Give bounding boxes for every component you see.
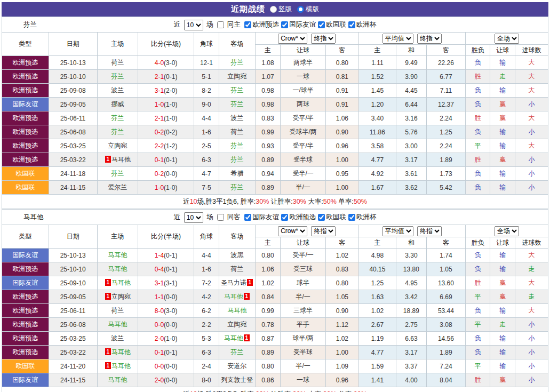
fulltime-select[interactable]: 全场 (495, 226, 519, 236)
home-team-name: 马耳他 (111, 348, 131, 356)
result-goals: 大 (515, 70, 548, 84)
match-type-badge: 欧国联 (2, 167, 49, 181)
recent-count-select[interactable]: 10 (184, 20, 203, 30)
home-team-cell: 波兰 (97, 332, 138, 346)
average-time-select[interactable]: 终指 (417, 34, 442, 44)
average-select[interactable]: 平均值 (382, 226, 413, 236)
league-checkbox[interactable] (348, 214, 355, 221)
away-team-cell: 芬兰 (219, 153, 255, 167)
halftime-score: (0-1) (164, 266, 177, 273)
score-cell: 0-4(0-1) (138, 262, 194, 276)
handicap-away-odds: 0.90 (325, 125, 358, 139)
match-type-badge: 欧洲预选 (2, 70, 49, 84)
away-team-name: 芬兰 (230, 86, 243, 94)
score-cell: 2-2(1-2) (138, 139, 194, 153)
subcol-handicap-away: 客 (325, 237, 358, 249)
handicap-away-odds: 0.80 (325, 56, 358, 70)
result-goals: 走 (515, 262, 548, 276)
average-time-select[interactable]: 终指 (417, 226, 442, 236)
league-checkbox[interactable] (281, 21, 288, 28)
match-type-badge: 欧国联 (2, 359, 49, 373)
home-team-name: 马耳他 (111, 362, 131, 370)
away-team-cell: 安道尔 (219, 359, 255, 373)
away-team-name: 列支敦士登 (221, 376, 253, 383)
home-team-name: 荷兰 (111, 59, 124, 66)
home-team-name: 马耳他 (111, 279, 131, 286)
recent-count-select[interactable]: 10 (184, 212, 203, 223)
avg-away-odds: 2.24 (426, 139, 465, 153)
match-date: 25-06-08 (49, 125, 97, 139)
avg-home-odds: 1.20 (358, 98, 396, 111)
handicap-home-odds: 0.87 (255, 332, 280, 346)
handicap-line: 两球半 (281, 56, 326, 70)
recent-label: 近 (174, 21, 181, 28)
avg-draw-odds: 5.76 (396, 125, 427, 139)
league-checkbox[interactable] (318, 214, 325, 221)
match-row: 欧洲预选25-06-11芬兰2-1(1-0)4-4波兰0.83受平/半1.063… (2, 111, 548, 125)
avg-away-odds: 13.60 (426, 276, 465, 290)
avg-draw-odds: 3.42 (396, 290, 427, 304)
match-row: 国际友谊25-10-13马耳他1-4(0-1)4-4波黑0.80受半/一1.02… (2, 249, 548, 262)
home-team-name: 荷兰 (111, 307, 124, 314)
match-type-badge: 国际友谊 (2, 276, 49, 290)
result-win-loss: 负 (466, 332, 490, 346)
same-home-checkbox[interactable] (217, 21, 224, 28)
corners-cell: 2-5 (194, 139, 219, 153)
avg-draw-odds: 3.17 (396, 346, 427, 359)
summary-segment: 30% (256, 198, 269, 205)
avg-draw-odds: 4.00 (396, 373, 427, 387)
subcol-handicap-line: 让球 (281, 45, 326, 56)
match-row: 欧洲预选25-06-08马耳他0-0(0-0)2-2立陶宛0.78平手1.122… (2, 318, 548, 332)
same-away-checkbox[interactable] (217, 214, 224, 221)
filter-controls: 芬兰 近 10 场 同主 欧洲预选国际友谊欧国联欧洲杯 (2, 17, 548, 32)
handicap-line: 两球 (281, 98, 326, 111)
bookmaker-select[interactable]: Crow* (278, 34, 307, 44)
avg-home-odds: 4.92 (358, 167, 396, 181)
summary-segment: 30% (293, 390, 306, 392)
home-team-cell: 荷兰 (97, 304, 138, 318)
results-tbody: 国际友谊25-10-13马耳他1-4(0-1)4-4波黑0.80受半/一1.02… (2, 249, 548, 387)
fulltime-select[interactable]: 全场 (495, 34, 519, 44)
score-cell: 1-0(1-0) (138, 181, 194, 195)
horizontal-layout-radio[interactable] (297, 6, 304, 13)
handicap-away-odds: 1.09 (325, 359, 358, 373)
handicap-away-odds: 1.02 (325, 249, 358, 262)
score-cell: 1-4(0-1) (138, 249, 194, 262)
avg-home-odds: 1.59 (358, 359, 396, 373)
halftime-score: (0-0) (164, 363, 177, 370)
match-row: 欧洲预选25-03-221马耳他0-1(0-1)6-3芬兰0.89受半球1.00… (2, 346, 548, 359)
subcol-handicap-away: 客 (325, 45, 358, 56)
away-team-name: 马耳他 (224, 293, 243, 300)
halftime-score: (0-0) (164, 293, 177, 301)
league-checkbox[interactable] (281, 214, 288, 221)
handicap-time-select[interactable]: 终指 (311, 34, 336, 44)
league-checkbox[interactable] (318, 21, 325, 28)
avg-home-odds: 1.52 (358, 70, 396, 84)
avg-draw-odds: 6.44 (396, 98, 427, 111)
subcol-goals: 进球数 (515, 45, 548, 56)
handicap-home-odds: 1.06 (255, 262, 280, 276)
result-win-loss: 平 (466, 318, 490, 332)
handicap-time-select[interactable]: 终指 (311, 226, 336, 236)
home-team-name: 马耳他 (108, 321, 127, 328)
league-checkbox[interactable] (244, 21, 251, 28)
average-select[interactable]: 平均值 (382, 34, 413, 44)
fulltime-score: 8-0 (155, 307, 164, 315)
avg-away-odds: 1.89 (426, 346, 465, 359)
league-checkbox[interactable] (244, 214, 251, 221)
match-date: 25-09-08 (49, 84, 97, 98)
handicap-line: 平手 (281, 318, 326, 332)
red-card-badge: 1 (105, 293, 111, 300)
league-checkbox[interactable] (348, 21, 355, 28)
home-team-cell: 立陶宛 (97, 139, 138, 153)
league-label: 国际友谊 (252, 213, 279, 221)
handicap-home-odds: 0.80 (255, 249, 280, 262)
avg-draw-odds: 3.61 (396, 167, 427, 181)
match-date: 25-03-22 (49, 153, 97, 167)
home-team-cell: 1立陶宛 (97, 290, 138, 304)
vertical-layout-radio[interactable] (270, 6, 277, 13)
bookmaker-select[interactable]: Crow* (278, 226, 307, 236)
match-row: 欧洲预选25-06-08芬兰0-2(0-2)1-6荷兰0.99受球半/两0.90… (2, 125, 548, 139)
avg-draw-odds: 3.90 (396, 70, 427, 84)
handicap-away-odds: 0.81 (325, 70, 358, 84)
